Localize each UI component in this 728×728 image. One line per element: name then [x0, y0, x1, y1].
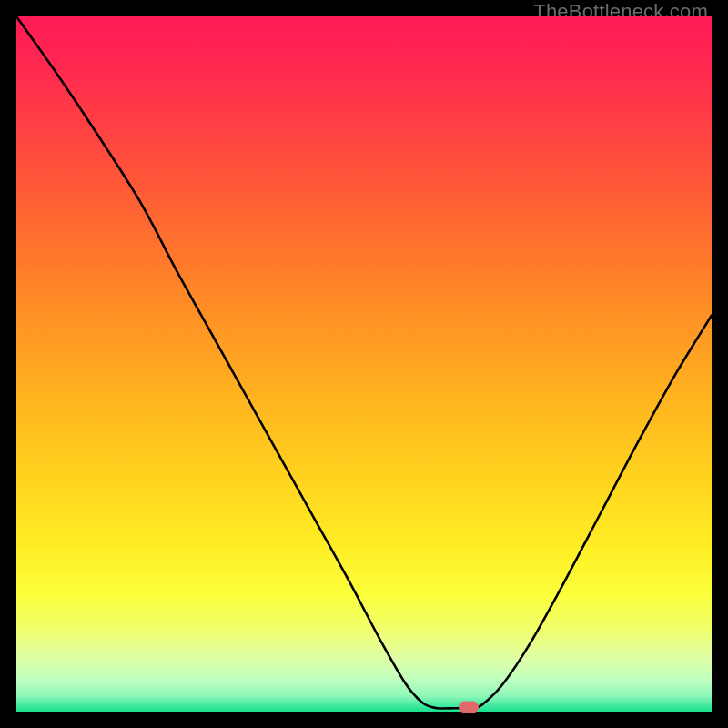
bottleneck-curve — [16, 16, 712, 712]
chart-frame: TheBottleneck.com — [0, 0, 728, 728]
plot-area — [16, 16, 712, 712]
optimal-marker — [459, 702, 479, 713]
